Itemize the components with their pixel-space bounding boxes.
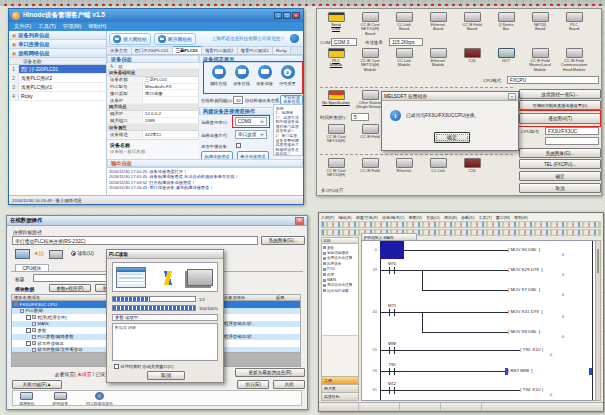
sidebar-section[interactable]: ▣远程网络信息 bbox=[9, 49, 106, 58]
instruction-mov[interactable]: [ MOV K9 D80 ] bbox=[508, 329, 592, 334]
execute-button[interactable]: 执行(E) bbox=[237, 380, 269, 389]
mode-select[interactable]: 串口连接 bbox=[235, 130, 267, 139]
menu-item[interactable]: 工具(T) bbox=[479, 215, 492, 220]
row-checkbox[interactable] bbox=[26, 328, 31, 333]
property-row[interactable]: 设备名称三菱PLC01 bbox=[107, 77, 198, 84]
progress-title-bar[interactable]: PLC读取 bbox=[107, 250, 223, 259]
menu-item[interactable]: 工具(T) bbox=[38, 23, 55, 30]
tree-item[interactable]: 全局软元件注释 bbox=[323, 256, 357, 261]
menu-item[interactable]: 文件(F) bbox=[14, 23, 31, 30]
relay-checkbox[interactable] bbox=[236, 143, 241, 148]
disconnect-network-button[interactable]: 断开网络组 bbox=[154, 33, 196, 45]
auto-close-checkbox-row[interactable]: 处理结束时,自动关闭窗口(C) bbox=[114, 364, 174, 369]
property-row[interactable]: 网关IP12.0.0.2 bbox=[107, 111, 198, 118]
category-icon[interactable]: ▤ bbox=[118, 64, 122, 69]
sidebar-section[interactable]: ▣设备列表信息 bbox=[9, 31, 106, 40]
instruction-mov[interactable]: [ MOV K31 D79 ] bbox=[508, 309, 592, 314]
connect-network-button[interactable]: 接入网络组 bbox=[109, 33, 151, 45]
menu-item[interactable]: 编辑(E) bbox=[338, 215, 351, 220]
tab-item[interactable]: 设备主页 bbox=[107, 47, 132, 54]
project-tree[interactable]: 参数智能功能模块全局软元件注释程序设置POU程序MAIN局部软元件注释软元件存储… bbox=[322, 244, 358, 336]
pc-if-item[interactable]: CC-Link Board bbox=[387, 12, 421, 36]
sort-icon[interactable]: A↓ bbox=[110, 64, 115, 69]
tree-item[interactable]: 局部软元件注释 bbox=[323, 283, 357, 288]
property-row[interactable]: 接口类型串口连接 bbox=[107, 90, 198, 97]
baud-field[interactable]: 115.2Kbps bbox=[389, 38, 423, 46]
communication-test-button[interactable]: 通信测试(T) bbox=[519, 113, 601, 124]
progress-cancel-button[interactable]: 取消 bbox=[147, 371, 185, 380]
title-bar[interactable]: Hinode设备管理客户端 v1.5 – □ × bbox=[9, 9, 303, 22]
close-button[interactable]: 关闭 bbox=[273, 380, 305, 389]
plc-if-item[interactable]: GOT bbox=[489, 48, 523, 72]
memory-function[interactable]: PLC存储器操作 bbox=[86, 392, 113, 404]
selected-cell[interactable] bbox=[380, 241, 404, 259]
nav-tab-工程[interactable]: 工程 bbox=[322, 376, 358, 384]
user-icon[interactable] bbox=[290, 34, 299, 43]
plc-if-item[interactable]: C24 bbox=[455, 48, 489, 72]
vertical-scrollbar[interactable] bbox=[595, 240, 601, 401]
tab-item[interactable]: 三菱PLC01 bbox=[173, 46, 202, 54]
plc-if-item[interactable]: CC IE Field Communication Head Module bbox=[557, 48, 591, 72]
nav-tab-连接目标[interactable]: 连接目标 bbox=[322, 392, 358, 400]
menu-item[interactable]: 诊断(D) bbox=[461, 215, 475, 220]
close-icon[interactable]: × bbox=[508, 93, 516, 100]
coexistence-route-item[interactable]: C24 bbox=[455, 158, 489, 178]
row-checkbox[interactable] bbox=[26, 315, 31, 320]
menu-item[interactable]: 管理(M) bbox=[63, 23, 82, 30]
remote-function[interactable]: 远程操作 bbox=[19, 392, 35, 404]
tab-cpu-module[interactable]: CPU模块 bbox=[15, 264, 49, 271]
property-row[interactable]: 网关端口2089 bbox=[107, 118, 198, 125]
com-field[interactable]: COM 3 bbox=[331, 38, 357, 46]
document-tab[interactable]: [PRG]写入 MAIN bbox=[361, 233, 417, 240]
minimize-icon[interactable]: – bbox=[274, 12, 282, 19]
toolbar-row-1[interactable] bbox=[321, 221, 601, 228]
plc-if-item[interactable]: Ethernet Module bbox=[421, 48, 455, 72]
timer-coil[interactable]: ( T90 K10 ) bbox=[520, 347, 592, 352]
pc-if-item[interactable]: CC IE Field Board bbox=[455, 12, 489, 36]
tab-item[interactable]: 海青PLC测试2 bbox=[202, 47, 238, 54]
menu-item[interactable]: 工程(P) bbox=[321, 215, 334, 220]
time-check-field[interactable]: 5 bbox=[351, 113, 369, 121]
pc-if-item[interactable]: Serial USB bbox=[319, 12, 353, 36]
pc-if-item[interactable]: CC IE Cont NET/10(H) Board bbox=[353, 12, 387, 36]
plc-if-item[interactable]: CC IE Cont NET/10(H) Module bbox=[353, 48, 387, 72]
other-station-item[interactable]: No Specification bbox=[319, 90, 353, 110]
param-program-button[interactable]: 参数+程序(P) bbox=[49, 284, 91, 292]
tree-item[interactable]: 软元件存储器 bbox=[323, 288, 357, 293]
property-row[interactable]: PLC型号Mitsubishi-FX bbox=[107, 84, 198, 91]
menu-item[interactable]: 帮助(H) bbox=[88, 23, 106, 30]
tab-item[interactable]: 海青PLC测试1 bbox=[238, 47, 274, 54]
progress-result-list[interactable]: 数据名 结果 bbox=[112, 323, 218, 361]
plc-if-item[interactable]: CC IE Field Master/Local Module bbox=[523, 48, 557, 72]
menu-item[interactable]: 调试(B) bbox=[444, 215, 457, 220]
menu-item[interactable]: 视图(V) bbox=[409, 215, 422, 220]
system-image-button[interactable]: 系统图像(G)... bbox=[519, 148, 601, 158]
auto-check-checkbox[interactable]: ✓ bbox=[275, 96, 279, 102]
pc-if-item[interactable]: Q Series Bus bbox=[489, 12, 523, 36]
menu-item[interactable]: 帮助(H) bbox=[514, 215, 528, 220]
coexistence-route-item[interactable]: Ethernet bbox=[387, 158, 421, 178]
property-row[interactable]: 设备描述422串口 bbox=[107, 131, 198, 138]
instruction-mov[interactable]: [ MOV K0 D80 ] bbox=[508, 247, 592, 252]
coexistence-route-item[interactable]: CC-Link bbox=[421, 158, 455, 178]
auto-close-checkbox[interactable] bbox=[114, 364, 119, 369]
ladder-editor[interactable]: 0[ MOV K0 D80 ]033M70[ MOV K29 D79 ]0[ M… bbox=[361, 240, 597, 401]
instruction-rst[interactable]: [ RST M98 ] bbox=[508, 368, 592, 373]
com-port-select[interactable]: COM3 bbox=[235, 117, 267, 126]
device-row[interactable]: 2海青PLC测试2 bbox=[9, 74, 106, 83]
close-icon[interactable]: × bbox=[292, 12, 300, 19]
interval-input[interactable]: 10 bbox=[233, 96, 243, 104]
property-row[interactable]: 设备IP bbox=[107, 97, 198, 104]
menu-item[interactable]: 转换/编译(C) bbox=[382, 215, 405, 220]
radio-读取(U)[interactable]: 读取(U) bbox=[71, 250, 94, 256]
alert-title-bar[interactable]: MELSOFT 应用程序 × bbox=[382, 92, 518, 101]
output-log[interactable]: 2016/11/30 17:01:25 :设备连接通道打开！2016/11/30… bbox=[107, 167, 303, 197]
sidebar-section[interactable]: ▣串口连接信息 bbox=[9, 40, 106, 49]
close-icon[interactable]: × bbox=[295, 217, 304, 225]
maximize-icon[interactable]: □ bbox=[283, 12, 291, 19]
pc-if-item[interactable]: PLC Board bbox=[557, 12, 591, 36]
cancel-button[interactable]: 取消 bbox=[519, 183, 601, 193]
menu-item[interactable]: 在线(O) bbox=[426, 215, 440, 220]
related-functions-button[interactable]: 关联功能(F)▲ bbox=[12, 380, 62, 389]
system-image-button[interactable]: 系统图像(G)... bbox=[261, 236, 305, 245]
